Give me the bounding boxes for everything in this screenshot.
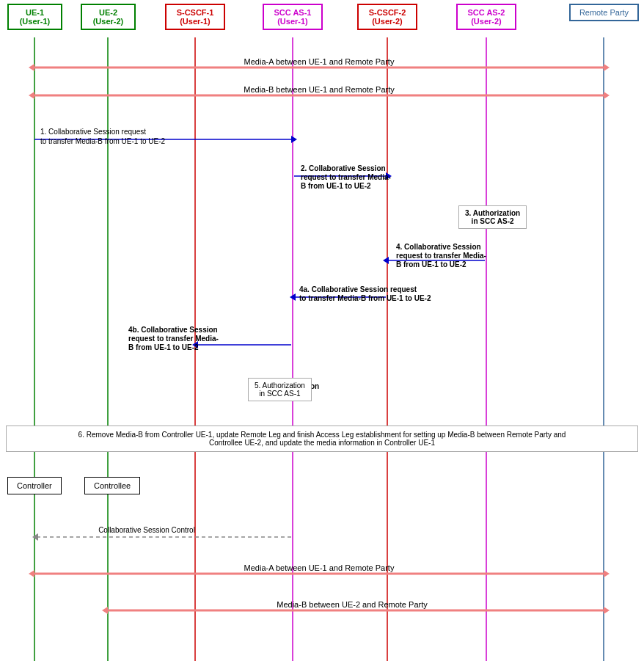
svg-text:2. Collaborative Session: 2. Collaborative Session: [301, 164, 386, 172]
svg-text:B from UE-1 to UE-2: B from UE-1 to UE-2: [396, 260, 466, 269]
svg-marker-8: [604, 64, 610, 71]
participant-ue2: UE-2 (User-2): [81, 4, 136, 30]
step3-box: 3. Authorizationin SCC AS-2: [458, 205, 527, 229]
participant-sccas2: SCC AS-2 (User-2): [456, 4, 516, 30]
participant-scscf1: S-CSCF-1 (User-1): [165, 4, 225, 30]
svg-marker-51: [102, 607, 108, 614]
svg-text:request to transfer Media-: request to transfer Media-: [301, 173, 391, 181]
svg-text:B from UE-1 to UE-2: B from UE-1 to UE-2: [128, 343, 199, 351]
svg-marker-50: [604, 607, 610, 614]
svg-text:Media-B between UE-1 and Remot: Media-B between UE-1 and Remote Party: [244, 85, 395, 94]
controller-legend-box: Controller: [7, 477, 62, 494]
svg-marker-47: [29, 570, 34, 577]
svg-text:Collaborative Session Control: Collaborative Session Control: [98, 526, 195, 534]
svg-marker-43: [32, 533, 38, 541]
step5-box: 5. Authorizationin SCC AS-1: [248, 378, 312, 401]
controllee-legend-box: Controllee: [84, 477, 140, 494]
svg-text:Media-A between UE-1 and Remot: Media-A between UE-1 and Remote Party: [244, 57, 395, 66]
svg-marker-46: [604, 570, 610, 577]
svg-text:4. Collaborative Session: 4. Collaborative Session: [396, 243, 481, 251]
svg-marker-9: [29, 64, 34, 71]
sequence-diagram: UE-1 (User-1) UE-2 (User-2) S-CSCF-1 (Us…: [0, 0, 644, 661]
diagram-svg: Media-A between UE-1 and Remote Party Me…: [0, 0, 644, 661]
svg-text:to transfer Media-B from UE-1 : to transfer Media-B from UE-1 to UE-2: [299, 294, 431, 302]
svg-text:B from UE-1 to UE-2: B from UE-1 to UE-2: [301, 182, 371, 190]
participant-scscf2: S-CSCF-2 (User-2): [357, 4, 417, 30]
svg-marker-16: [291, 136, 297, 143]
svg-text:request to transfer Media-: request to transfer Media-: [128, 335, 219, 343]
svg-text:request to transfer Media-: request to transfer Media-: [396, 252, 486, 260]
svg-text:Media-B between UE-2 and Remot: Media-B between UE-2 and Remote Party: [277, 600, 428, 609]
participant-ue1: UE-1 (User-1): [7, 4, 62, 30]
svg-text:1. Collaborative Session reque: 1. Collaborative Session request: [40, 128, 146, 136]
svg-text:to transfer Media-B from UE-1 : to transfer Media-B from UE-1 to UE-2: [40, 137, 165, 145]
svg-marker-12: [604, 92, 610, 99]
step6-box: 6. Remove Media-B from Controller UE-1, …: [6, 426, 638, 452]
svg-marker-13: [29, 92, 34, 99]
svg-text:4b. Collaborative Session: 4b. Collaborative Session: [128, 326, 218, 334]
participant-sccas1: SCC AS-1 (User-1): [263, 4, 323, 30]
svg-marker-27: [383, 257, 389, 264]
participant-remote: Remote Party: [569, 4, 639, 21]
svg-text:Media-A between UE-1 and Remot: Media-A between UE-1 and Remote Party: [244, 563, 395, 572]
svg-text:4a. Collaborative Session requ: 4a. Collaborative Session request: [299, 285, 417, 293]
